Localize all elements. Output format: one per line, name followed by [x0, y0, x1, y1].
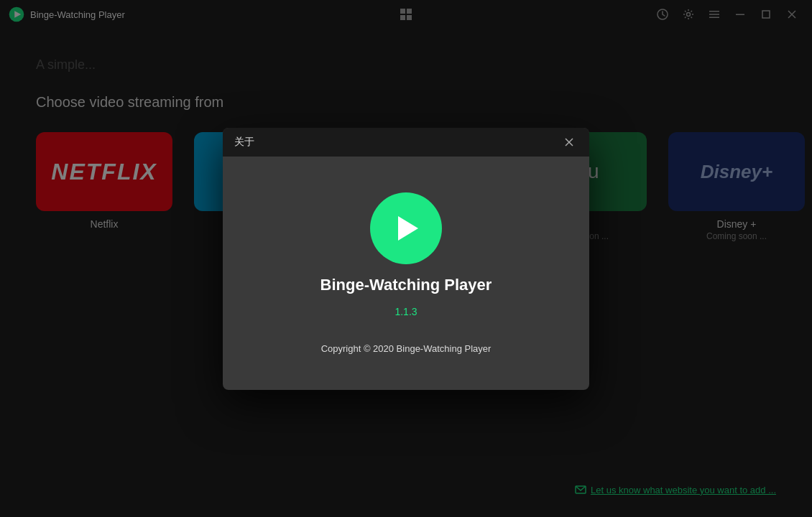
- copyright-text: Copyright © 2020 Binge-Watching Player: [321, 343, 492, 354]
- app-version: 1.1.3: [395, 306, 417, 317]
- dialog-content: Binge-Watching Player 1.1.3 Copyright © …: [223, 157, 589, 390]
- svg-marker-18: [398, 216, 418, 241]
- about-dialog: 关于 Binge-Watching Player 1.1.3 Copyright…: [223, 128, 589, 390]
- dialog-titlebar: 关于: [223, 128, 589, 157]
- dialog-close-button[interactable]: [560, 134, 578, 151]
- play-icon: [388, 210, 424, 246]
- modal-overlay: 关于 Binge-Watching Player 1.1.3 Copyright…: [0, 0, 812, 517]
- app-icon: [370, 192, 442, 264]
- app-name: Binge-Watching Player: [320, 276, 492, 294]
- dialog-title: 关于: [234, 136, 254, 149]
